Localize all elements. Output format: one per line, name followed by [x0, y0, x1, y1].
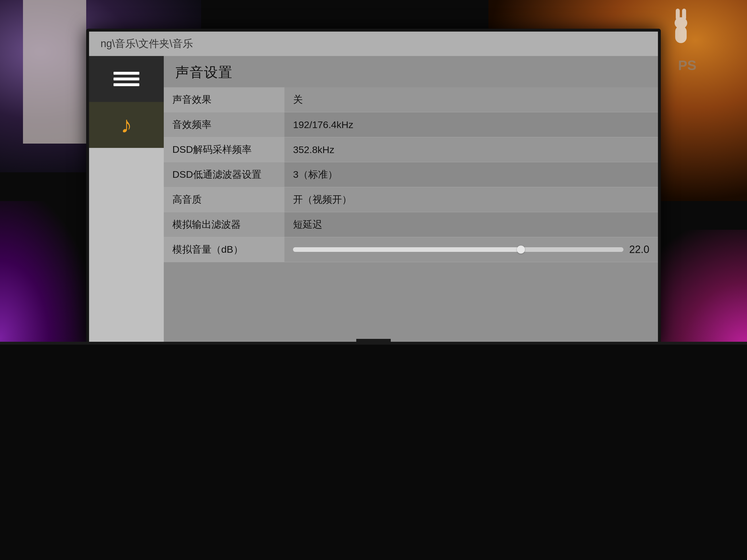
playstation-logo: PS: [678, 57, 701, 80]
settings-row-dsd-sample[interactable]: DSD解码采样频率 352.8kHz: [164, 137, 658, 162]
settings-value-sound-effect: 关: [284, 87, 658, 112]
bottom-area: [0, 345, 747, 560]
breadcrumb-text: ng\音乐\文件夹\音乐: [101, 37, 193, 49]
settings-panel: 声音设置 声音效果 关 音效频率 192/176.4kHz: [164, 56, 658, 342]
settings-value-freq: 192/176.4kHz: [284, 112, 658, 137]
brick-wall: [23, 0, 86, 143]
sidebar-music-item[interactable]: ♪: [89, 102, 164, 148]
settings-row-freq[interactable]: 音效频率 192/176.4kHz: [164, 112, 658, 137]
settings-value-dsd-filter: 3（标准）: [284, 162, 658, 187]
settings-label-hq: 高音质: [164, 187, 284, 212]
settings-row-dsd-filter[interactable]: DSD低通滤波器设置 3（标准）: [164, 162, 658, 187]
sidebar: ♪: [89, 56, 164, 342]
monitor: ng\音乐\文件夹\音乐 ♪: [86, 29, 661, 345]
settings-label-volume: 模拟音量（dB）: [164, 237, 284, 262]
hamburger-icon: [113, 72, 139, 86]
settings-title: 声音设置: [164, 56, 658, 87]
settings-value-analog-filter: 短延迟: [284, 212, 658, 237]
hamburger-line-2: [113, 78, 139, 80]
settings-row-analog-filter[interactable]: 模拟输出滤波器 短延迟: [164, 212, 658, 237]
main-area: ♪ 声音设置 声音效果 关: [89, 56, 658, 342]
volume-slider-fill: [293, 247, 524, 252]
settings-label-dsd-sample: DSD解码采样频率: [164, 137, 284, 162]
screen-content: ng\音乐\文件夹\音乐 ♪: [89, 32, 658, 342]
rabbit-body: [675, 26, 687, 43]
rabbit-figurine: [672, 15, 690, 43]
settings-list: 声音效果 关 音效频率 192/176.4kHz DSD解码采样频率 352.8…: [164, 87, 658, 262]
ps-text: PS: [678, 58, 696, 73]
settings-label-dsd-filter: DSD低通滤波器设置: [164, 162, 284, 187]
music-note-icon: ♪: [121, 112, 132, 138]
settings-label-analog-filter: 模拟输出滤波器: [164, 212, 284, 237]
settings-value-volume: 22.0: [284, 237, 658, 262]
settings-label-sound-effect: 声音效果: [164, 87, 284, 112]
volume-slider-track[interactable]: [293, 247, 623, 252]
volume-display-value: 22.0: [629, 243, 649, 256]
sidebar-menu-item[interactable]: [89, 56, 164, 102]
settings-value-hq: 开（视频开）: [284, 187, 658, 212]
settings-value-dsd-sample: 352.8kHz: [284, 137, 658, 162]
settings-label-freq: 音效频率: [164, 112, 284, 137]
hamburger-line-3: [113, 83, 139, 86]
settings-row-hq[interactable]: 高音质 开（视频开）: [164, 187, 658, 212]
breadcrumb: ng\音乐\文件夹\音乐: [89, 32, 658, 56]
settings-row-volume[interactable]: 模拟音量（dB） 22.0: [164, 237, 658, 262]
monitor-screen: ng\音乐\文件夹\音乐 ♪: [89, 32, 658, 342]
settings-row-sound-effect[interactable]: 声音效果 关: [164, 87, 658, 112]
hamburger-line-1: [113, 72, 139, 75]
volume-slider-thumb: [517, 245, 525, 254]
